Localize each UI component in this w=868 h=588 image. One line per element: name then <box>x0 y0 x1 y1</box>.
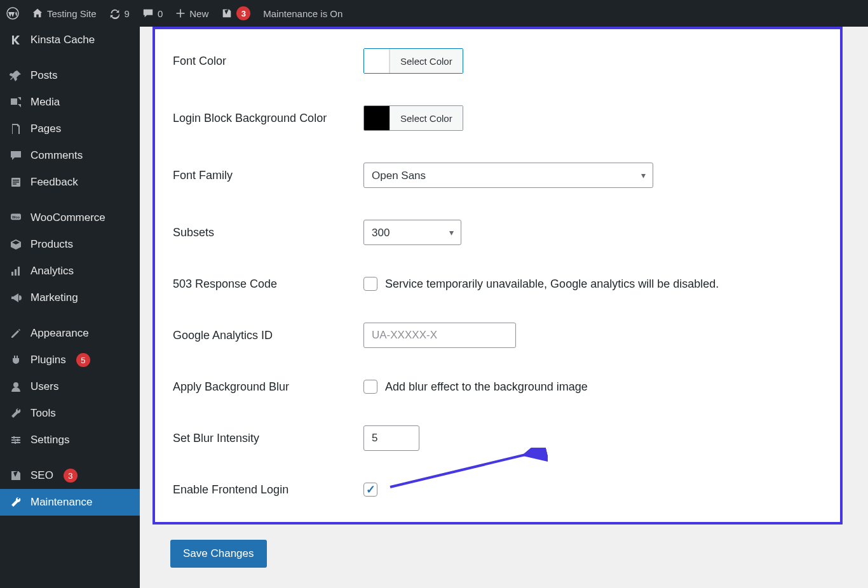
plugins-icon <box>9 353 23 367</box>
updates-count: 9 <box>125 8 130 19</box>
pin-icon <box>9 69 23 83</box>
color-picker-login-bg[interactable]: Select Color <box>363 105 463 131</box>
sidebar-item-feedback[interactable]: Feedback <box>0 169 140 196</box>
sidebar-item-tools[interactable]: Tools <box>0 400 140 427</box>
select-color-button[interactable]: Select Color <box>390 49 463 73</box>
new-link[interactable]: New <box>169 0 215 27</box>
save-changes-button[interactable]: Save Changes <box>170 540 267 568</box>
admin-bar: Testing Site 9 0 New 3 Maintenance is On <box>0 0 868 27</box>
sidebar-item-plugins[interactable]: Plugins 5 <box>0 347 140 373</box>
media-icon <box>9 95 23 109</box>
site-link[interactable]: Testing Site <box>25 0 103 27</box>
color-picker-font[interactable]: Select Color <box>363 48 463 74</box>
sidebar-item-seo[interactable]: SEO 3 <box>0 462 140 489</box>
annotation-arrow <box>383 448 548 498</box>
select-color-button[interactable]: Select Color <box>390 106 463 130</box>
label-font-family: Font Family <box>173 169 363 182</box>
tools-icon <box>9 406 23 420</box>
row-font-color: Font Color Select Color <box>173 48 822 74</box>
sidebar-item-maintenance[interactable]: Maintenance <box>0 489 140 516</box>
refresh-icon <box>109 8 121 19</box>
row-font-family: Font Family Open Sans <box>173 163 822 188</box>
label-response-code: 503 Response Code <box>173 277 363 291</box>
sidebar-item-comments[interactable]: Comments <box>0 142 140 169</box>
sidebar-item-media[interactable]: Media <box>0 89 140 116</box>
settings-icon <box>9 433 23 447</box>
products-icon <box>9 237 23 251</box>
plugins-badge: 5 <box>76 353 90 367</box>
sidebar-item-products[interactable]: Products <box>0 231 140 258</box>
svg-rect-2 <box>13 180 19 181</box>
analytics-icon <box>9 264 23 278</box>
sidebar-item-label: Analytics <box>31 265 74 277</box>
comments-link[interactable]: 0 <box>136 0 169 27</box>
sidebar-item-posts[interactable]: Posts <box>0 62 140 89</box>
wp-logo[interactable] <box>0 0 25 27</box>
sidebar-item-label: Settings <box>31 434 69 446</box>
sidebar-item-users[interactable]: Users <box>0 373 140 400</box>
svg-rect-14 <box>13 436 15 439</box>
kinsta-icon <box>9 33 23 47</box>
settings-panel: Font Color Select Color Login Block Back… <box>153 27 843 525</box>
row-login-bg: Login Block Background Color Select Colo… <box>173 105 822 131</box>
yoast-icon <box>221 8 233 19</box>
new-label: New <box>189 8 208 19</box>
sidebar-item-label: WooCommerce <box>31 211 105 224</box>
label-login-bg: Login Block Background Color <box>173 112 363 125</box>
site-name: Testing Site <box>47 8 97 19</box>
sidebar-item-marketing[interactable]: Marketing <box>0 284 140 311</box>
sidebar-item-label: Media <box>31 96 60 109</box>
svg-text:Woo: Woo <box>12 215 20 219</box>
admin-sidebar: Kinsta Cache Posts Media Pages Comments … <box>0 27 140 588</box>
font-family-select[interactable]: Open Sans <box>363 163 653 188</box>
wordpress-icon <box>6 7 19 20</box>
blur-intensity-input[interactable] <box>363 425 419 451</box>
subsets-select[interactable]: 300 <box>363 220 461 245</box>
color-swatch <box>364 49 390 73</box>
yoast-link[interactable]: 3 <box>215 0 257 27</box>
maintenance-notice[interactable]: Maintenance is On <box>257 0 349 27</box>
ga-id-input[interactable] <box>363 323 516 348</box>
svg-rect-4 <box>13 184 17 185</box>
sidebar-item-settings[interactable]: Settings <box>0 427 140 453</box>
sidebar-item-label: Feedback <box>31 176 78 189</box>
yoast-icon <box>9 469 23 483</box>
svg-rect-7 <box>11 272 13 276</box>
maintenance-icon <box>9 495 23 509</box>
sidebar-item-woocommerce[interactable]: Woo WooCommerce <box>0 204 140 231</box>
feedback-icon <box>9 175 23 189</box>
sidebar-item-label: Plugins <box>31 354 66 366</box>
sidebar-item-pages[interactable]: Pages <box>0 116 140 142</box>
row-subsets: Subsets 300 <box>173 220 822 245</box>
row-bg-blur: Apply Background Blur Add blur effect to… <box>173 380 822 394</box>
label-frontend-login: Enable Frontend Login <box>173 483 363 497</box>
svg-rect-9 <box>18 267 20 276</box>
sidebar-item-kinsta[interactable]: Kinsta Cache <box>0 27 140 53</box>
sidebar-item-label: Kinsta Cache <box>31 34 95 46</box>
sidebar-item-analytics[interactable]: Analytics <box>0 258 140 284</box>
svg-rect-12 <box>11 439 20 441</box>
sidebar-item-appearance[interactable]: Appearance <box>0 320 140 347</box>
svg-rect-11 <box>11 437 20 438</box>
sidebar-item-label: Appearance <box>31 327 89 340</box>
frontend-login-checkbox[interactable] <box>363 483 377 497</box>
svg-point-10 <box>13 382 18 387</box>
color-swatch <box>364 106 390 130</box>
maintenance-label: Maintenance is On <box>263 8 342 19</box>
svg-rect-16 <box>15 441 16 444</box>
seo-badge: 3 <box>64 469 78 483</box>
plus-icon <box>175 8 186 18</box>
svg-rect-15 <box>17 439 18 441</box>
bg-blur-desc: Add blur effect to the background image <box>385 380 588 394</box>
row-ga-id: Google Analytics ID <box>173 323 822 348</box>
sidebar-item-label: Products <box>31 238 73 251</box>
home-icon <box>32 8 43 19</box>
label-font-color: Font Color <box>173 55 363 68</box>
bg-blur-checkbox[interactable] <box>363 380 377 394</box>
row-blur-intensity: Set Blur Intensity <box>173 425 822 451</box>
response-code-desc: Service temporarily unavailable, Google … <box>385 277 719 291</box>
label-subsets: Subsets <box>173 226 363 239</box>
updates-link[interactable]: 9 <box>103 0 136 27</box>
response-code-checkbox[interactable] <box>363 277 377 291</box>
comment-icon <box>142 8 154 19</box>
